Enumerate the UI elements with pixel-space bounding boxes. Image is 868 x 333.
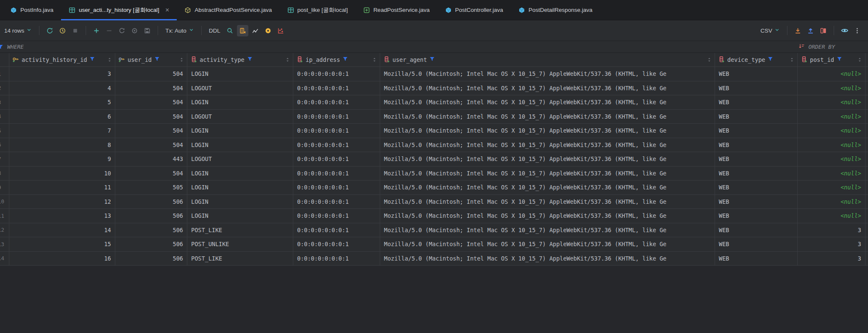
cell-post_id[interactable]: <null>	[798, 152, 865, 166]
history-icon[interactable]	[57, 25, 68, 36]
cell-activity_history_id[interactable]: 5	[9, 95, 115, 110]
where-filter[interactable]: WHERE	[0, 41, 24, 53]
export-format-dropdown[interactable]: CSV	[758, 27, 782, 34]
filter-funnel-icon[interactable]	[768, 56, 773, 63]
export-download-icon[interactable]	[792, 25, 804, 36]
filter-funnel-icon[interactable]	[837, 56, 842, 63]
cell-user_agent[interactable]: Mozilla/5.0 (Macintosh; Intel Mac OS X 1…	[380, 67, 715, 81]
editor-tab[interactable]: user_acti...ty_history [쿨화local]×	[61, 0, 177, 20]
cell-device_type[interactable]: WEB	[715, 152, 798, 166]
cell-user_id[interactable]: 506	[115, 209, 187, 223]
sort-arrows-icon[interactable]	[790, 57, 794, 63]
cell-device_type[interactable]: WEB	[715, 209, 798, 223]
cell-device_type[interactable]: WEB	[715, 110, 798, 124]
column-header-activity_history_id[interactable]: activity_history_id	[9, 53, 115, 67]
redo-icon[interactable]	[116, 25, 128, 36]
cell-user_id[interactable]: 504	[115, 110, 187, 124]
cell-device_type[interactable]: WEB	[715, 138, 798, 153]
row-number[interactable]: 9	[0, 180, 9, 195]
row-number[interactable]: 4	[0, 110, 9, 124]
cell-user_id[interactable]: 504	[115, 81, 187, 96]
cell-ip_address[interactable]: 0:0:0:0:0:0:0:1	[293, 180, 380, 195]
cell-post_id[interactable]: <null>	[798, 166, 865, 181]
cell-user_agent[interactable]: Mozilla/5.0 (Macintosh; Intel Mac OS X 1…	[380, 223, 715, 238]
cell-activity_type[interactable]: POST_LIKE	[187, 252, 293, 266]
cell-user_agent[interactable]: Mozilla/5.0 (Macintosh; Intel Mac OS X 1…	[380, 110, 715, 124]
cell-activity_history_id[interactable]: 16	[9, 252, 115, 266]
cell-post_id[interactable]: <null>	[798, 124, 865, 138]
kebab-menu-icon[interactable]	[851, 25, 863, 36]
editor-tab[interactable]: post_like [쿨화local]	[280, 0, 356, 20]
sort-arrows-icon[interactable]	[107, 57, 112, 63]
cell-user_id[interactable]: 506	[115, 195, 187, 209]
view-options-eye-icon[interactable]	[839, 25, 850, 36]
cell-ip_address[interactable]: 0:0:0:0:0:0:0:1	[293, 223, 380, 238]
row-number[interactable]: 10	[0, 195, 9, 209]
filter-funnel-icon[interactable]	[89, 56, 95, 63]
order-by-filter[interactable]: ORDER BY	[798, 41, 868, 53]
cell-user_agent[interactable]: Mozilla/5.0 (Macintosh; Intel Mac OS X 1…	[380, 237, 715, 252]
cell-activity_history_id[interactable]: 9	[9, 152, 115, 166]
rows-count-dropdown[interactable]: 14 rows	[2, 27, 34, 34]
column-header-ip_address[interactable]: ip_address	[293, 53, 380, 67]
cell-post_id[interactable]: 3	[798, 252, 865, 266]
cell-post_id[interactable]: <null>	[798, 95, 865, 110]
row-number[interactable]: 14	[0, 252, 9, 266]
delete-row-icon[interactable]	[103, 25, 115, 36]
cell-device_type[interactable]: WEB	[715, 195, 798, 209]
cell-activity_type[interactable]: LOGIN	[187, 209, 293, 223]
cell-user_agent[interactable]: Mozilla/5.0 (Macintosh; Intel Mac OS X 1…	[380, 152, 715, 166]
cell-activity_type[interactable]: LOGIN	[187, 67, 293, 81]
row-number[interactable]: 13	[0, 237, 9, 252]
row-number[interactable]: 1	[0, 67, 9, 81]
import-upload-icon[interactable]	[805, 25, 816, 36]
row-number[interactable]: 7	[0, 152, 9, 166]
editor-tab[interactable]: PostInfo.java	[3, 0, 61, 20]
search-icon[interactable]	[224, 25, 236, 36]
column-header-user_agent[interactable]: user_agent	[380, 53, 715, 67]
cell-activity_type[interactable]: POST_LIKE	[187, 223, 293, 238]
scatter-chart-icon[interactable]	[275, 25, 287, 36]
filter-funnel-icon[interactable]	[154, 56, 160, 63]
column-header-activity_type[interactable]: activity_type	[187, 53, 293, 67]
cell-post_id[interactable]: <null>	[798, 195, 865, 209]
cell-post_id[interactable]: 3	[798, 223, 865, 238]
cell-ip_address[interactable]: 0:0:0:0:0:0:0:1	[293, 110, 380, 124]
cell-user_agent[interactable]: Mozilla/5.0 (Macintosh; Intel Mac OS X 1…	[380, 138, 715, 153]
cell-ip_address[interactable]: 0:0:0:0:0:0:0:1	[293, 252, 380, 266]
cell-post_id[interactable]: <null>	[798, 110, 865, 124]
cell-ip_address[interactable]: 0:0:0:0:0:0:0:1	[293, 195, 380, 209]
cell-user_id[interactable]: 504	[115, 67, 187, 81]
cell-user_agent[interactable]: Mozilla/5.0 (Macintosh; Intel Mac OS X 1…	[380, 252, 715, 266]
cell-ip_address[interactable]: 0:0:0:0:0:0:0:1	[293, 81, 380, 96]
cell-device_type[interactable]: WEB	[715, 67, 798, 81]
cell-device_type[interactable]: WEB	[715, 180, 798, 195]
editor-tab[interactable]: ReadPostService.java	[356, 0, 437, 20]
sort-arrows-icon[interactable]	[707, 57, 712, 63]
cell-user_id[interactable]: 506	[115, 237, 187, 252]
cell-activity_type[interactable]: LOGIN	[187, 95, 293, 110]
cell-activity_type[interactable]: LOGOUT	[187, 152, 293, 166]
cell-user_id[interactable]: 504	[115, 95, 187, 110]
sort-arrows-icon[interactable]	[372, 57, 377, 63]
sort-arrows-icon[interactable]	[179, 57, 184, 63]
row-number[interactable]: 3	[0, 95, 9, 110]
cell-activity_history_id[interactable]: 4	[9, 81, 115, 96]
editor-tab[interactable]: PostDetailResponse.java	[511, 0, 600, 20]
cell-user_id[interactable]: 506	[115, 252, 187, 266]
tx-mode-dropdown[interactable]: Tx: Auto	[163, 27, 197, 34]
cell-device_type[interactable]: WEB	[715, 166, 798, 181]
cell-user_id[interactable]: 505	[115, 180, 187, 195]
cell-activity_type[interactable]: LOGIN	[187, 124, 293, 138]
sort-arrows-icon[interactable]	[857, 57, 862, 63]
cell-activity_history_id[interactable]: 6	[9, 110, 115, 124]
cell-user_id[interactable]: 504	[115, 124, 187, 138]
column-header-device_type[interactable]: device_type	[715, 53, 798, 67]
editor-tab[interactable]: AbstractReadPostService.java	[177, 0, 279, 20]
cell-user_agent[interactable]: Mozilla/5.0 (Macintosh; Intel Mac OS X 1…	[380, 166, 715, 181]
cell-activity_history_id[interactable]: 8	[9, 138, 115, 153]
cell-user_agent[interactable]: Mozilla/5.0 (Macintosh; Intel Mac OS X 1…	[380, 124, 715, 138]
cell-user_id[interactable]: 506	[115, 223, 187, 238]
cell-ip_address[interactable]: 0:0:0:0:0:0:0:1	[293, 166, 380, 181]
cell-post_id[interactable]: <null>	[798, 138, 865, 153]
